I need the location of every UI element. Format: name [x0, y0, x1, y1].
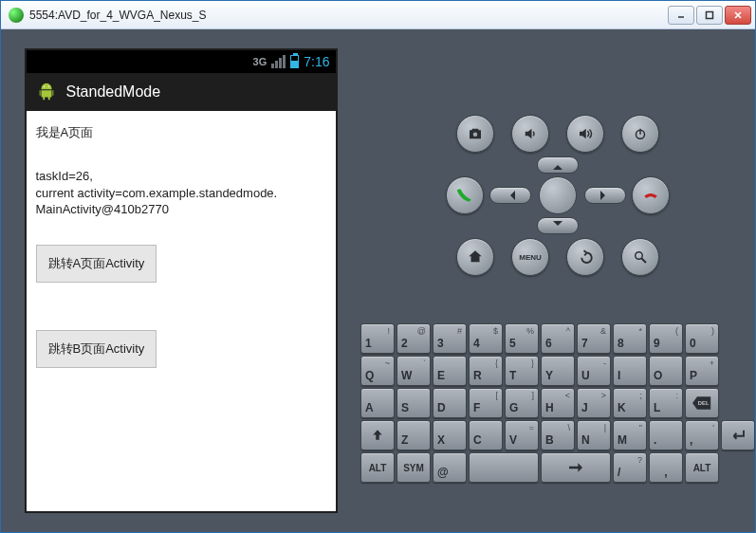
dpad-right-button[interactable]	[584, 187, 626, 204]
svg-point-7	[636, 252, 643, 260]
network-icon: 3G	[253, 56, 267, 67]
key-3[interactable]: 3#	[433, 323, 467, 354]
key-del[interactable]: DEL	[685, 388, 719, 418]
key-shift[interactable]	[360, 420, 395, 450]
key-4[interactable]: 4$	[469, 323, 503, 354]
key-r[interactable]: R{	[469, 356, 503, 386]
key-8[interactable]: 8*	[613, 323, 647, 354]
key-x[interactable]: X	[433, 420, 467, 450]
emulator-icon	[9, 8, 24, 23]
key-v[interactable]: V=	[505, 420, 539, 450]
key-@[interactable]: @	[433, 452, 467, 483]
key-f[interactable]: F[	[469, 388, 503, 418]
call-button[interactable]	[446, 176, 484, 214]
dpad	[501, 162, 615, 229]
key-k[interactable]: K;	[613, 388, 647, 418]
device-screen: 3G 7:16 StandedMode 我是A页面 taskId=26,	[25, 48, 338, 513]
close-button[interactable]	[725, 6, 751, 25]
dpad-up-button[interactable]	[537, 156, 579, 174]
window-title: 5554:AVD_for_4_WVGA_Nexus_S	[29, 9, 668, 22]
key-alt-right[interactable]: ALT	[685, 452, 719, 483]
key-0[interactable]: 0)	[685, 323, 719, 354]
status-bar: 3G 7:16	[27, 50, 336, 73]
key-u[interactable]: U-	[577, 356, 611, 386]
info-line-1: taskId=26,	[36, 168, 326, 185]
clock: 7:16	[304, 54, 329, 69]
power-button[interactable]	[621, 115, 659, 153]
battery-icon	[290, 55, 299, 68]
key-.[interactable]: .	[649, 420, 683, 450]
key-t[interactable]: T}	[505, 356, 539, 386]
key-i[interactable]: I	[613, 356, 647, 386]
key-z[interactable]: Z	[396, 420, 431, 450]
key-c[interactable]: C	[469, 420, 503, 450]
key-space[interactable]	[469, 452, 539, 483]
home-button[interactable]	[456, 238, 494, 276]
page-label: 我是A页面	[36, 124, 326, 141]
info-line-3: MainActivity@410b2770	[36, 201, 326, 218]
minimize-button[interactable]	[668, 6, 694, 25]
task-info: taskId=26, current activity=com.example.…	[36, 168, 326, 218]
key-a[interactable]: A	[360, 388, 395, 418]
svg-point-2	[43, 86, 44, 87]
key-j[interactable]: J>	[577, 388, 611, 418]
key-b[interactable]: B\	[541, 420, 575, 450]
key-h[interactable]: H<	[541, 388, 575, 418]
camera-button[interactable]	[456, 115, 494, 153]
key-o[interactable]: O	[649, 356, 683, 386]
svg-line-8	[642, 259, 647, 264]
key-q[interactable]: Q~	[360, 356, 395, 386]
window-body: 3G 7:16 StandedMode 我是A页面 taskId=26,	[1, 29, 755, 532]
key-e[interactable]: E	[433, 356, 467, 386]
key-7[interactable]: 7&	[577, 323, 611, 354]
key-y[interactable]: Y	[541, 356, 575, 386]
key-1[interactable]: 1!	[360, 323, 395, 354]
key-sym[interactable]: SYM	[396, 452, 431, 483]
key-m[interactable]: M"	[613, 420, 647, 450]
key-right-arrow[interactable]	[541, 452, 611, 483]
device-screen-panel: 3G 7:16 StandedMode 我是A页面 taskId=26,	[1, 29, 360, 532]
key-l[interactable]: L:	[649, 388, 683, 418]
svg-point-4	[473, 133, 478, 138]
key-,[interactable]: ,'	[685, 420, 719, 450]
search-button[interactable]	[621, 238, 659, 276]
volume-up-button[interactable]	[566, 115, 604, 153]
volume-down-button[interactable]	[511, 115, 549, 153]
key-enter[interactable]	[721, 420, 755, 450]
dpad-center-button[interactable]	[539, 176, 577, 214]
key-/[interactable]: /?	[613, 452, 647, 483]
key-5[interactable]: 5%	[505, 323, 539, 354]
goto-a-button[interactable]: 跳转A页面Activity	[36, 245, 157, 283]
key-6[interactable]: 6^	[541, 323, 575, 354]
hardware-buttons: MENU	[446, 115, 670, 276]
svg-point-3	[47, 86, 48, 87]
key-p[interactable]: P+	[685, 356, 719, 386]
key-2[interactable]: 2@	[396, 323, 431, 354]
key-n[interactable]: N|	[577, 420, 611, 450]
key-alt-left[interactable]: ALT	[360, 452, 395, 483]
controls-panel: MENU 1!2@3#4$5%6^7&8*9(0) Q~W`ER{T}YU-IO…	[360, 29, 755, 532]
keyboard: 1!2@3#4$5%6^7&8*9(0) Q~W`ER{T}YU-IOP+ AS…	[360, 323, 755, 483]
key-w[interactable]: W`	[396, 356, 431, 386]
key-s[interactable]: S	[396, 388, 431, 418]
menu-button[interactable]: MENU	[511, 238, 549, 276]
back-button[interactable]	[566, 238, 604, 276]
action-bar-title: StandedMode	[66, 83, 161, 101]
activity-content: 我是A页面 taskId=26, current activity=com.ex…	[27, 111, 336, 511]
key-g[interactable]: G]	[505, 388, 539, 418]
dpad-down-button[interactable]	[537, 217, 579, 234]
title-bar: 5554:AVD_for_4_WVGA_Nexus_S	[1, 1, 755, 29]
window-controls	[668, 6, 751, 25]
action-bar: StandedMode	[27, 73, 336, 111]
svg-rect-1	[707, 11, 713, 18]
key-9[interactable]: 9(	[649, 323, 683, 354]
maximize-button[interactable]	[696, 6, 723, 25]
svg-text:DEL: DEL	[698, 401, 710, 407]
end-call-button[interactable]	[632, 176, 670, 214]
dpad-left-button[interactable]	[489, 187, 531, 204]
signal-icon	[271, 55, 286, 68]
goto-b-button[interactable]: 跳转B页面Activity	[36, 330, 157, 368]
key-d[interactable]: D	[433, 388, 467, 418]
key-,[interactable]: ,	[649, 452, 683, 483]
menu-label: MENU	[519, 253, 542, 262]
